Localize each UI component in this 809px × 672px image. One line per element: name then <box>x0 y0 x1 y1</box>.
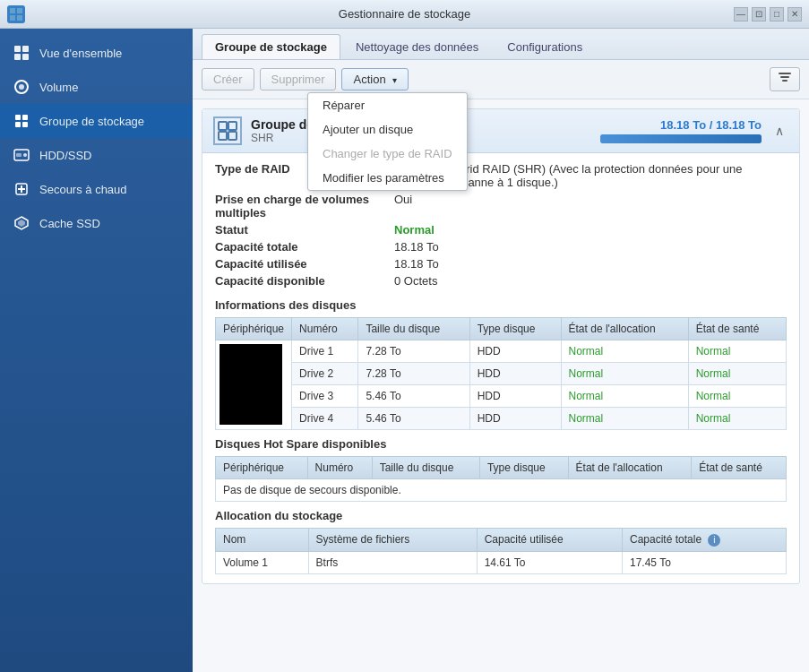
svg-point-9 <box>19 84 24 90</box>
info-row-statut: Statut Normal <box>215 223 787 237</box>
disk-thumbnail <box>219 344 282 425</box>
statut-value: Normal <box>394 223 435 237</box>
sidebar-label-vue-ensemble: Vue d'ensemble <box>39 47 122 60</box>
drive4-etat-sante: Normal <box>688 408 786 430</box>
cap-utilisee-label: Capacité utilisée <box>215 257 394 271</box>
no-spare-message: Pas de disque de secours disponible. <box>216 479 787 502</box>
drive3-type: HDD <box>469 385 561 408</box>
hotspare-col-etat-alloc: État de l'allocation <box>568 457 692 479</box>
sidebar-item-secours-chaud[interactable]: Secours à chaud <box>0 172 193 206</box>
svg-rect-12 <box>15 122 21 127</box>
alloc-row1-systeme: Btrfs <box>308 551 477 573</box>
svg-rect-10 <box>15 115 21 120</box>
supprimer-button[interactable]: Supprimer <box>260 68 337 90</box>
creer-button[interactable]: Créer <box>202 68 254 90</box>
allocation-section-title: Allocation du stockage <box>215 502 787 528</box>
capacity-text: 18.18 To / 18.18 To <box>600 118 762 132</box>
storage-card: Groupe de sto... SHR 18.18 To / 18.18 To… <box>202 108 800 584</box>
sidebar-label-volume: Volume <box>39 81 78 94</box>
svg-rect-0 <box>10 8 15 13</box>
collapse-button[interactable]: ∧ <box>770 122 788 140</box>
menu-item-reparer[interactable]: Réparer <box>308 93 467 117</box>
volumes-value: Oui <box>394 193 412 220</box>
capacity-info-icon[interactable]: i <box>708 534 720 547</box>
window-controls: — ⊡ □ ✕ <box>734 7 802 22</box>
sidebar-item-cache-ssd[interactable]: Cache SSD <box>0 206 193 240</box>
menu-item-ajouter-disque[interactable]: Ajouter un disque <box>308 117 467 142</box>
cache-ssd-icon <box>13 214 30 232</box>
info-row-cap-disponible: Capacité disponible 0 Octets <box>215 274 787 288</box>
cap-disponible-value: 0 Octets <box>394 274 437 288</box>
alloc-row1-cap-used: 14.61 To <box>477 551 622 573</box>
disk-thumbnail-cell <box>216 340 292 430</box>
svg-rect-27 <box>219 132 227 140</box>
disks-table: Périphérique Numéro Taille du disque Typ… <box>215 317 787 430</box>
hotspare-col-device: Périphérique <box>216 457 308 479</box>
info-row-volumes: Prise en charge de volumes multiples Oui <box>215 193 787 220</box>
svg-rect-5 <box>22 46 29 52</box>
svg-rect-2 <box>10 15 15 21</box>
maximize-button[interactable]: □ <box>770 7 784 22</box>
table-row: Drive 1 7.28 To HDD Normal Normal <box>216 340 787 363</box>
allocation-table: Nom Système de fichiers Capacité utilisé… <box>215 528 787 574</box>
hotspare-icon <box>13 180 30 198</box>
hotspare-table: Périphérique Numéro Taille du disque Typ… <box>215 456 787 502</box>
tab-nettoyage-donnees[interactable]: Nettoyage des données <box>342 34 492 59</box>
drive4-taille: 5.46 To <box>358 408 469 430</box>
disks-section-title: Informations des disques <box>215 291 787 317</box>
action-label: Action <box>353 73 385 86</box>
sidebar-label-groupe-stockage: Groupe de stockage <box>39 115 144 128</box>
svg-rect-7 <box>22 54 29 60</box>
sidebar-item-vue-ensemble[interactable]: Vue d'ensemble <box>0 36 193 70</box>
sidebar-item-groupe-stockage[interactable]: Groupe de stockage <box>0 104 193 138</box>
tab-groupe-stockage[interactable]: Groupe de stockage <box>202 34 340 59</box>
drive1-etat-sante: Normal <box>688 340 786 363</box>
drive4-type: HDD <box>469 408 561 430</box>
svg-rect-25 <box>219 122 227 130</box>
info-row-cap-totale: Capacité totale 18.18 To <box>215 240 787 254</box>
svg-rect-3 <box>17 15 22 21</box>
svg-point-15 <box>23 153 27 157</box>
cap-disponible-label: Capacité disponible <box>215 274 394 288</box>
drive3-etat-alloc: Normal <box>561 385 688 408</box>
main-scroll-area[interactable]: Groupe de sto... SHR 18.18 To / 18.18 To… <box>193 99 809 672</box>
drive1-taille: 7.28 To <box>358 340 469 363</box>
capacity-bar-fill <box>600 134 762 143</box>
cap-utilisee-value: 18.18 To <box>394 257 439 271</box>
restore-button[interactable]: ⊡ <box>752 7 766 22</box>
tabs-bar: Groupe de stockage Nettoyage des données… <box>193 29 809 60</box>
drive1-numero: Drive 1 <box>292 340 358 363</box>
app-icon <box>7 5 25 23</box>
storage-card-header: Groupe de sto... SHR 18.18 To / 18.18 To… <box>202 109 799 153</box>
cap-totale-value: 18.18 To <box>394 240 439 254</box>
sort-button[interactable] <box>770 67 800 91</box>
hotspare-col-taille: Taille du disque <box>372 457 479 479</box>
svg-rect-28 <box>228 132 237 140</box>
hdd-icon <box>13 146 30 164</box>
drive1-etat-alloc: Normal <box>561 340 688 363</box>
svg-rect-13 <box>22 122 28 127</box>
action-button[interactable]: Action ▾ <box>341 68 409 90</box>
minimize-button[interactable]: — <box>734 7 748 22</box>
volumes-label: Prise en charge de volumes multiples <box>215 193 394 220</box>
volume-icon <box>13 78 30 96</box>
disks-col-taille: Taille du disque <box>358 318 469 340</box>
storage-card-body: Type de RAID Synology Hybrid RAID (SHR) … <box>202 153 799 583</box>
disks-col-etat-alloc: État de l'allocation <box>561 318 688 340</box>
drive3-taille: 5.46 To <box>358 385 469 408</box>
drive2-etat-alloc: Normal <box>561 363 688 385</box>
capacity-bar <box>600 134 762 143</box>
menu-item-changer-type: Changer le type de RAID <box>308 142 467 166</box>
sidebar-item-hdd-ssd[interactable]: HDD/SSD <box>0 138 193 172</box>
sidebar-item-volume[interactable]: Volume <box>0 70 193 104</box>
disks-col-type: Type disque <box>469 318 561 340</box>
hotspare-section-title: Disques Hot Spare disponibles <box>215 430 787 456</box>
alloc-row1-cap-total: 17.45 To <box>623 551 787 573</box>
sidebar-label-secours-chaud: Secours à chaud <box>39 183 127 196</box>
tab-configurations[interactable]: Configurations <box>494 34 596 59</box>
alloc-col-cap-used: Capacité utilisée <box>477 529 622 552</box>
table-row: Drive 2 7.28 To HDD Normal Normal <box>216 363 787 385</box>
menu-item-modifier-params[interactable]: Modifier les paramètres <box>308 166 467 190</box>
close-button[interactable]: ✕ <box>787 7 802 22</box>
table-row: Drive 4 5.46 To HDD Normal Normal <box>216 408 787 430</box>
